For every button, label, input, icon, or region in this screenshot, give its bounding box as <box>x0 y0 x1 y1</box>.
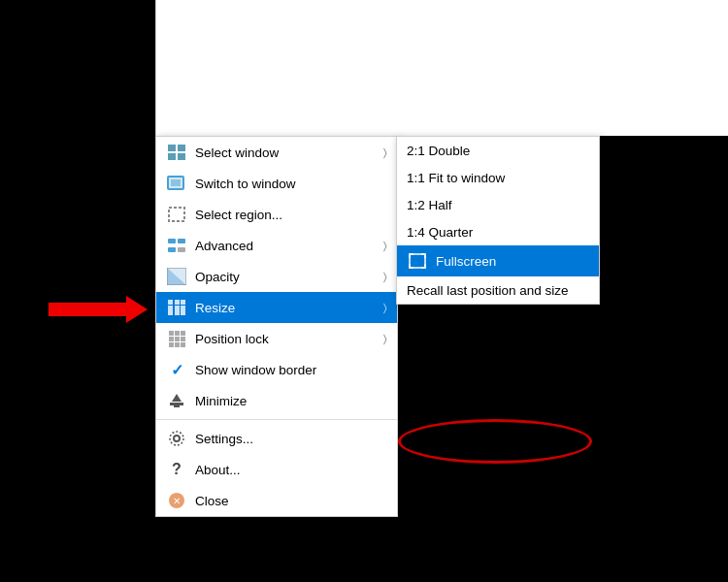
submenu-item-half[interactable]: 1:2 Half <box>397 191 599 218</box>
opacity-arrow: 〉 <box>383 271 387 283</box>
menu-item-resize[interactable]: Resize 〉 <box>156 292 397 323</box>
menu-item-position-lock[interactable]: Position lock 〉 <box>156 323 397 354</box>
menu-item-show-window-border[interactable]: ✓ Show window border <box>156 354 397 385</box>
menu-item-settings[interactable]: Settings... <box>156 423 397 454</box>
double-label: 2:1 Double <box>407 144 589 158</box>
menu-item-minimize[interactable]: Minimize <box>156 385 397 416</box>
quarter-label: 1:4 Quarter <box>407 225 589 240</box>
svg-point-35 <box>174 436 180 441</box>
advanced-icon <box>166 235 187 256</box>
svg-rect-6 <box>169 208 184 221</box>
submenu-item-recall[interactable]: Recall last position and size <box>397 276 599 304</box>
menu-item-about[interactable]: ? About... <box>156 454 397 485</box>
half-label: 1:2 Half <box>407 198 589 212</box>
minimize-icon <box>166 390 187 411</box>
red-arrow <box>49 296 148 323</box>
menu-item-select-region[interactable]: Select region... <box>156 199 397 230</box>
svg-rect-9 <box>168 247 176 252</box>
submenu-item-fullscreen[interactable]: Fullscreen <box>397 245 599 276</box>
select-window-arrow: 〉 <box>383 146 387 159</box>
close-label: Close <box>195 494 387 508</box>
svg-rect-16 <box>181 300 185 305</box>
fullscreen-label: Fullscreen <box>436 254 589 269</box>
arrow-head <box>126 296 148 323</box>
svg-rect-25 <box>181 331 185 336</box>
svg-text:✕: ✕ <box>173 496 181 506</box>
menu-item-advanced[interactable]: Advanced 〉 <box>156 230 397 261</box>
about-label: About... <box>195 463 387 477</box>
menu-item-switch-to-window[interactable]: Switch to window <box>156 168 397 199</box>
close-icon: ✕ <box>166 490 187 511</box>
svg-rect-5 <box>171 179 181 186</box>
svg-rect-2 <box>168 153 176 160</box>
menu-item-close[interactable]: ✕ Close <box>156 485 397 516</box>
fit-label: 1:1 Fit to window <box>407 171 589 185</box>
submenu-item-fit[interactable]: 1:1 Fit to window <box>397 164 599 191</box>
background-white-top <box>155 0 728 136</box>
svg-rect-39 <box>410 254 425 268</box>
select-window-label: Select window <box>195 146 383 160</box>
svg-rect-3 <box>178 153 185 160</box>
vertical-divider <box>155 0 156 136</box>
svg-point-36 <box>170 432 183 445</box>
svg-rect-14 <box>168 300 173 305</box>
svg-rect-21 <box>175 310 180 315</box>
resize-arrow: 〉 <box>383 302 387 314</box>
menu-item-select-window[interactable]: Select window 〉 <box>156 137 397 168</box>
opacity-icon <box>166 266 187 287</box>
region-icon <box>166 204 187 225</box>
arrow-shaft <box>49 303 126 316</box>
show-window-border-label: Show window border <box>195 363 387 377</box>
recall-label: Recall last position and size <box>407 283 589 298</box>
svg-rect-29 <box>169 342 174 347</box>
svg-rect-34 <box>174 404 180 407</box>
select-window-icon <box>166 142 187 163</box>
svg-rect-20 <box>168 310 173 315</box>
menu-separator <box>156 419 397 420</box>
svg-rect-27 <box>175 337 180 341</box>
settings-icon <box>166 428 187 449</box>
menu-item-opacity[interactable]: Opacity 〉 <box>156 261 397 292</box>
submenu: 2:1 Double 1:1 Fit to window 1:2 Half 1:… <box>396 136 600 305</box>
position-lock-label: Position lock <box>195 332 383 346</box>
check-icon: ✓ <box>166 359 187 380</box>
svg-rect-31 <box>181 342 185 347</box>
about-icon: ? <box>166 459 187 480</box>
svg-rect-17 <box>168 306 173 310</box>
submenu-item-quarter[interactable]: 1:4 Quarter <box>397 218 599 245</box>
advanced-arrow: 〉 <box>383 240 387 252</box>
svg-rect-8 <box>178 239 185 243</box>
svg-rect-15 <box>175 300 180 305</box>
svg-rect-23 <box>169 331 174 336</box>
svg-rect-7 <box>168 239 176 243</box>
position-lock-arrow: 〉 <box>383 333 387 345</box>
submenu-item-double[interactable]: 2:1 Double <box>397 137 599 164</box>
svg-rect-1 <box>178 145 185 151</box>
select-region-label: Select region... <box>195 208 387 222</box>
switch-to-window-label: Switch to window <box>195 177 387 191</box>
svg-marker-33 <box>172 394 182 402</box>
resize-icon <box>166 297 187 318</box>
svg-rect-28 <box>181 337 185 341</box>
switch-icon <box>166 173 187 194</box>
svg-rect-0 <box>168 145 176 151</box>
svg-rect-30 <box>175 342 180 347</box>
svg-rect-19 <box>181 306 185 310</box>
context-menu: Select window 〉 Switch to window Select … <box>155 136 398 517</box>
position-icon <box>166 328 187 349</box>
svg-rect-10 <box>178 247 185 252</box>
svg-rect-22 <box>181 310 185 315</box>
minimize-label: Minimize <box>195 394 387 408</box>
opacity-label: Opacity <box>195 270 383 284</box>
svg-rect-18 <box>175 306 180 310</box>
svg-rect-24 <box>175 331 180 336</box>
fullscreen-icon <box>407 250 428 272</box>
advanced-label: Advanced <box>195 239 383 253</box>
settings-label: Settings... <box>195 432 387 446</box>
svg-rect-26 <box>169 337 174 341</box>
resize-label: Resize <box>195 301 383 315</box>
